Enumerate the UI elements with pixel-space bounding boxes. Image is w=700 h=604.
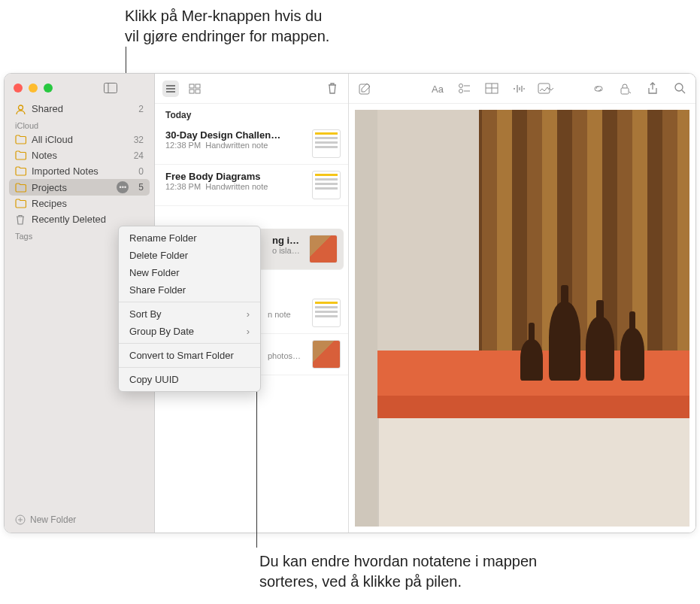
menu-separator	[119, 302, 260, 302]
note-content-pane: Aa	[349, 74, 695, 533]
sidebar-item-recently-deleted[interactable]: Recently Deleted	[5, 211, 154, 227]
menu-convert-smart[interactable]: Convert to Smart Folder	[119, 347, 260, 364]
chevron-right-icon: ›	[247, 308, 250, 320]
note-thumbnail	[312, 299, 341, 327]
menu-separator	[119, 367, 260, 368]
callout-top: Klikk på Mer-knappen hvis duvil gjøre en…	[125, 6, 329, 47]
sidebar-item-notes[interactable]: Notes 24	[5, 147, 154, 163]
sidebar-item-label: Projects	[32, 182, 67, 193]
menu-rename-folder[interactable]: Rename Folder	[119, 229, 260, 247]
table-button[interactable]	[483, 80, 500, 97]
content-toolbar: Aa	[349, 74, 695, 104]
sidebar-section-icloud: iCloud	[5, 117, 154, 132]
link-button[interactable]	[590, 80, 607, 97]
list-view-button[interactable]	[162, 80, 179, 97]
delete-note-button[interactable]	[324, 80, 341, 97]
note-title: 30-Day Design Challen…	[165, 129, 306, 141]
minimize-window-button[interactable]	[29, 83, 38, 93]
note-row[interactable]: Free Body Diagrams 12:38 PM Handwritten …	[155, 165, 348, 206]
sidebar-item-count: 5	[138, 182, 144, 193]
note-subtitle: n note	[268, 310, 306, 319]
menu-sort-by[interactable]: Sort By›	[119, 305, 260, 323]
svg-point-17	[459, 89, 463, 93]
sidebar-item-label: Imported Notes	[32, 165, 98, 177]
window-controls	[5, 78, 154, 101]
new-folder-button[interactable]: New Folder	[5, 507, 154, 533]
sidebar-item-count: 0	[138, 166, 144, 177]
close-window-button[interactable]	[14, 83, 23, 93]
menu-group-by-date[interactable]: Group By Date›	[119, 323, 260, 340]
svg-point-24	[675, 83, 683, 91]
folder-icon	[15, 166, 26, 176]
sidebar-item-imported[interactable]: Imported Notes 0	[5, 163, 154, 179]
compose-button[interactable]	[356, 80, 373, 97]
note-subtitle: photos…	[268, 351, 306, 360]
folder-icon	[15, 135, 26, 144]
svg-point-15	[459, 83, 463, 87]
menu-delete-folder[interactable]: Delete Folder	[119, 247, 260, 264]
menu-copy-uuid[interactable]: Copy UUID	[119, 371, 260, 388]
sidebar-item-recipes[interactable]: Recipes	[5, 196, 154, 211]
svg-rect-23	[621, 88, 629, 94]
sidebar-item-label: Notes	[32, 150, 57, 161]
sidebar-item-projects[interactable]: Projects ••• 5	[9, 179, 150, 196]
callout-bottom: Du kan endre hvordan notatene i mappenso…	[259, 551, 537, 592]
sidebar-item-shared[interactable]: Shared 2	[5, 101, 154, 117]
svg-line-25	[682, 90, 685, 93]
folder-context-menu: Rename Folder Delete Folder New Folder S…	[118, 226, 261, 392]
menu-share-folder[interactable]: Share Folder	[119, 281, 260, 299]
note-row[interactable]: 30-Day Design Challen… 12:38 PM Handwrit…	[155, 123, 348, 165]
folder-icon	[15, 199, 26, 208]
note-body[interactable]	[349, 104, 695, 533]
checklist-button[interactable]	[456, 80, 473, 97]
search-button[interactable]	[671, 80, 688, 97]
list-section-header: Today	[155, 104, 348, 123]
note-subtitle: 12:38 PM Handwritten note	[165, 141, 306, 150]
trash-icon	[15, 214, 26, 224]
note-thumbnail	[312, 340, 341, 369]
format-button[interactable]: Aa	[429, 80, 446, 97]
note-title	[268, 340, 306, 351]
share-button[interactable]	[644, 80, 661, 97]
notes-window: Shared 2 iCloud All iCloud 32 Notes 24 I…	[4, 73, 696, 533]
note-title: Free Body Diagrams	[165, 171, 306, 182]
folder-icon	[15, 150, 26, 160]
note-thumbnail	[309, 235, 338, 263]
svg-rect-12	[195, 90, 200, 93]
chevron-right-icon: ›	[247, 326, 250, 337]
svg-point-2	[19, 105, 23, 110]
note-title: ng ideas	[272, 235, 303, 246]
svg-rect-0	[105, 83, 117, 93]
plus-circle-icon	[15, 514, 26, 525]
new-folder-label: New Folder	[30, 514, 76, 525]
menu-new-folder[interactable]: New Folder	[119, 264, 260, 281]
note-subtitle: o island…	[272, 246, 303, 255]
svg-rect-9	[189, 84, 194, 88]
menu-separator	[119, 343, 260, 344]
folder-icon	[15, 183, 26, 193]
sidebar-item-count: 2	[138, 104, 144, 114]
note-image	[355, 110, 689, 527]
svg-text:Aa: Aa	[432, 83, 444, 95]
sidebar-toggle-icon[interactable]	[104, 83, 117, 93]
sidebar-item-label: All iCloud	[32, 134, 73, 145]
audio-button[interactable]	[511, 80, 527, 97]
sidebar-item-count: 32	[134, 135, 144, 145]
note-title	[268, 299, 306, 310]
note-thumbnail	[312, 129, 341, 158]
list-toolbar	[155, 74, 348, 104]
zoom-window-button[interactable]	[44, 83, 53, 93]
sidebar-item-count: 24	[134, 150, 144, 161]
gallery-view-button[interactable]	[186, 80, 203, 97]
note-thumbnail	[312, 171, 341, 199]
more-button[interactable]: •••	[117, 181, 129, 193]
sidebar-item-label: Recently Deleted	[32, 214, 106, 225]
shared-icon	[15, 104, 26, 114]
sidebar-item-all-icloud[interactable]: All iCloud 32	[5, 132, 154, 147]
media-button[interactable]	[538, 80, 554, 97]
svg-rect-10	[195, 84, 200, 88]
sidebar-item-label: Recipes	[32, 198, 67, 209]
note-subtitle: 12:38 PM Handwritten note	[165, 182, 306, 191]
lock-button[interactable]	[617, 80, 634, 97]
sidebar-item-label: Shared	[32, 103, 63, 114]
